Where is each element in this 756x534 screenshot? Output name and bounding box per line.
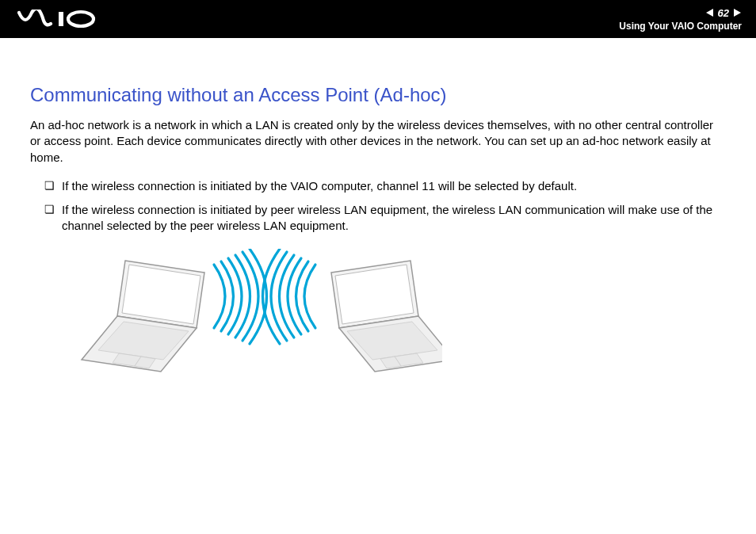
svg-marker-2: [706, 9, 713, 17]
adhoc-diagram: [78, 249, 726, 395]
svg-marker-3: [734, 9, 741, 17]
laptop-right-icon: [331, 261, 442, 372]
section-title: Using Your VAIO Computer: [619, 21, 742, 32]
page-content: Communicating without an Access Point (A…: [0, 38, 756, 395]
prev-page-icon[interactable]: [705, 8, 715, 17]
vaio-logo-svg: [17, 10, 105, 29]
bullet-list: If the wireless connection is initiated …: [30, 178, 726, 235]
laptop-left-icon: [82, 261, 204, 372]
wireless-signal-left-icon: [214, 249, 267, 344]
svg-point-1: [68, 12, 94, 26]
wireless-signal-right-icon: [263, 249, 316, 344]
vaio-logo: [17, 10, 105, 29]
page-nav: 62: [705, 7, 742, 19]
page-number: 62: [718, 7, 729, 19]
list-item: If the wireless connection is initiated …: [44, 178, 726, 194]
adhoc-diagram-svg: [78, 249, 442, 391]
page-header: 62 Using Your VAIO Computer: [0, 0, 756, 38]
intro-paragraph: An ad-hoc network is a network in which …: [30, 117, 726, 166]
list-item: If the wireless connection is initiated …: [44, 202, 726, 235]
svg-rect-0: [59, 12, 63, 26]
next-page-icon[interactable]: [732, 8, 742, 17]
header-right: 62 Using Your VAIO Computer: [619, 7, 742, 32]
content-heading: Communicating without an Access Point (A…: [30, 84, 726, 106]
